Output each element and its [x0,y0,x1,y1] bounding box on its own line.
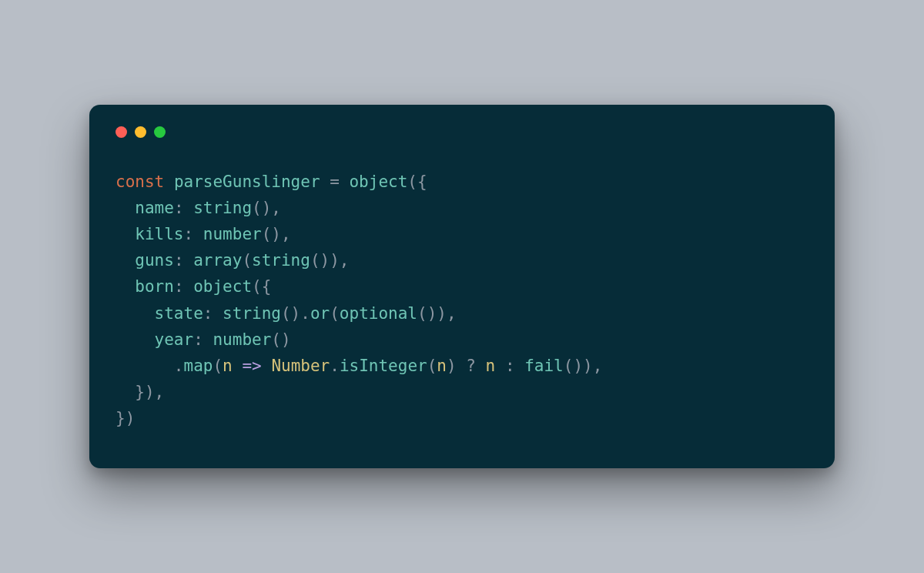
fn-string: string [223,304,281,323]
space [233,357,243,375]
call: () [281,304,300,323]
close-paren: ) [447,357,457,375]
window-traffic-lights [116,126,808,138]
call-comma: (), [262,225,291,243]
fn-optional: optional [340,304,417,323]
dot: . [330,357,340,375]
fn-number: number [203,225,262,243]
fn-map: map [184,357,213,375]
open-obj: ({ [407,173,427,191]
fn-array: array [193,251,242,270]
close-icon[interactable] [116,126,127,138]
code-window: const parseGunslinger = object({ name: s… [89,105,835,467]
ternary-q: ? [457,357,486,375]
close-call-comma: ()), [310,251,350,270]
param-n: n [486,357,496,375]
fn-string: string [252,251,310,270]
param-n: n [223,357,233,375]
fn-fail: fail [524,357,564,375]
open-paren: ( [242,251,252,270]
minimize-icon[interactable] [135,126,146,138]
close-call-comma: ()), [417,304,457,323]
colon: : [184,225,203,243]
colon: : [193,330,213,349]
fn-object: object [193,277,252,296]
dot: . [300,304,310,323]
open-paren: ( [330,304,340,323]
prop-born: born [135,277,174,296]
prop-state: state [155,304,203,323]
prop-name: name [135,199,174,217]
call-comma: (), [252,199,281,217]
keyword-const: const [116,173,164,191]
close-obj-comma: }), [135,383,164,401]
colon: : [174,277,193,296]
param-n: n [437,357,447,375]
equals: = [320,173,350,191]
ternary-colon: : [495,357,524,375]
cls-Number: Number [271,357,330,375]
open-paren: ( [213,357,223,375]
colon: : [174,199,193,217]
stage: const parseGunslinger = object({ name: s… [0,0,924,573]
close-call-comma: ()), [564,357,603,375]
call: () [271,330,290,349]
fn-object: object [349,173,407,191]
fn-isInteger: isInteger [340,357,427,375]
prop-year: year [155,330,194,349]
zoom-icon[interactable] [154,126,166,138]
fn-string: string [193,199,252,217]
space [262,357,272,375]
close-obj: }) [116,409,135,427]
code-block: const parseGunslinger = object({ name: s… [116,169,808,431]
colon: : [174,251,193,270]
fn-or: or [310,304,330,323]
prop-guns: guns [135,251,174,270]
open-obj: ({ [252,277,271,296]
fn-number: number [213,330,271,349]
arrow: => [242,357,261,375]
open-paren: ( [427,357,437,375]
prop-kills: kills [135,225,183,243]
identifier-parseGunslinger: parseGunslinger [174,173,320,191]
colon: : [203,304,223,323]
dot: . [174,357,184,375]
